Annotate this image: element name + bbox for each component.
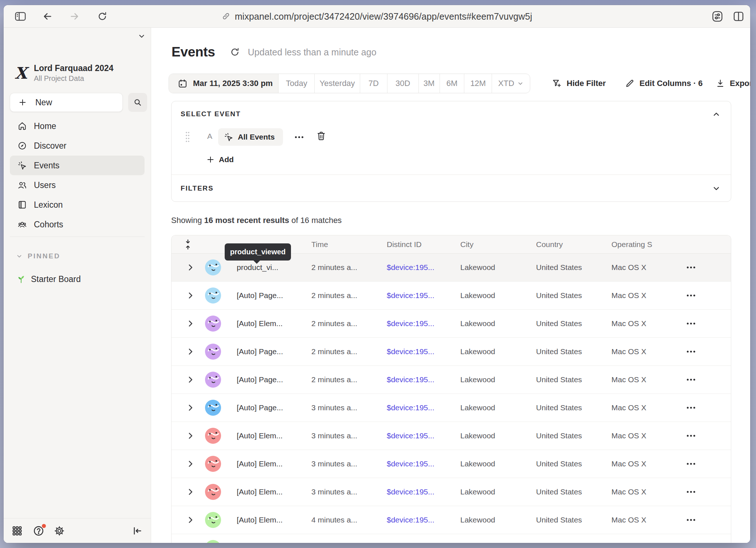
search-button[interactable]	[128, 93, 147, 112]
row-menu-button[interactable]	[687, 463, 695, 465]
pinned-section-toggle[interactable]: PINNED	[16, 252, 60, 260]
cell-event-name: [Auto] Page...	[237, 375, 283, 384]
cell-country: United States	[536, 291, 582, 300]
table-row[interactable]: [Auto] Elem... 3 minutes a... $device:19…	[172, 478, 731, 506]
column-header-distinct-id[interactable]: Distinct ID	[387, 240, 422, 249]
cell-distinct-id[interactable]: $device:195...	[387, 375, 434, 384]
cell-distinct-id[interactable]: $device:195...	[387, 291, 434, 300]
split-view-icon[interactable]	[733, 11, 744, 22]
app-grid-icon[interactable]	[12, 525, 23, 536]
date-range-bar: Mar 11, 2025 3:30 pm TodayYesterday7D30D…	[169, 74, 530, 93]
date-picker[interactable]: Mar 11, 2025 3:30 pm	[169, 74, 278, 93]
new-button[interactable]: New	[10, 93, 123, 112]
row-menu-button[interactable]	[687, 519, 695, 521]
range-7d[interactable]: 7D	[360, 74, 387, 93]
range-3m[interactable]: 3M	[418, 74, 440, 93]
expand-row-chevron-icon[interactable]	[188, 292, 193, 299]
row-menu-button[interactable]	[687, 379, 695, 381]
expand-row-chevron-icon[interactable]	[188, 404, 193, 411]
expand-row-chevron-icon[interactable]	[188, 320, 193, 327]
event-selector-chip[interactable]: All Events	[218, 128, 283, 146]
table-row[interactable]: [Auto] Page... 2 minutes a... $device:19…	[172, 338, 731, 366]
expand-row-chevron-icon[interactable]	[188, 348, 193, 355]
row-menu-button[interactable]	[687, 491, 695, 493]
sidebar-item-cohorts[interactable]: Cohorts	[10, 215, 145, 234]
table-row[interactable]: [Auto] Elem... 2 minutes a... $device:19…	[172, 310, 731, 338]
row-menu-button[interactable]	[687, 407, 695, 409]
range-today[interactable]: Today	[278, 74, 314, 93]
sidebar-toggle-icon[interactable]	[15, 11, 26, 21]
filter-funnel-icon	[552, 78, 562, 89]
help-icon[interactable]	[33, 525, 44, 537]
range-30d[interactable]: 30D	[387, 74, 418, 93]
chevron-down-icon[interactable]	[712, 184, 721, 193]
range-yesterday[interactable]: Yesterday	[314, 74, 360, 93]
table-row[interactable]: [Auto] Elem... 4 minutes a... $device:19…	[172, 506, 731, 534]
cell-distinct-id[interactable]: $device:195...	[387, 516, 434, 524]
sidebar-item-home[interactable]: Home	[10, 116, 145, 136]
cell-country: United States	[536, 319, 582, 328]
row-avatar	[205, 344, 221, 360]
workspace-switcher[interactable]: X Lord Farquaad 2024 All Project Data	[13, 64, 145, 82]
cell-distinct-id[interactable]: $device:195...	[387, 319, 434, 328]
trash-icon[interactable]	[316, 130, 327, 141]
column-header-country[interactable]: Country	[536, 240, 563, 249]
drag-handle-icon[interactable]	[185, 131, 190, 143]
expand-row-chevron-icon[interactable]	[188, 460, 193, 467]
cell-country: United States	[536, 459, 582, 468]
table-row[interactable]: [Auto] Page... 3 minutes a... $device:19…	[172, 394, 731, 422]
table-row[interactable]: [Auto] Page... 2 minutes a... $device:19…	[172, 366, 731, 394]
expand-row-chevron-icon[interactable]	[188, 432, 193, 439]
row-menu-button[interactable]	[687, 295, 695, 297]
cell-distinct-id[interactable]: $device:195...	[387, 431, 434, 440]
row-menu-button[interactable]	[687, 351, 695, 353]
column-header-time[interactable]: Time	[311, 240, 328, 249]
export-button[interactable]: Export	[716, 74, 750, 93]
add-event-button[interactable]: Add	[206, 155, 234, 164]
cell-distinct-id[interactable]: $device:195...	[387, 347, 434, 356]
table-row[interactable]: [Auto] Elem... 3 minutes a... $device:19…	[172, 450, 731, 478]
cell-distinct-id[interactable]: $device:195...	[387, 459, 434, 468]
range-6m[interactable]: 6M	[440, 74, 464, 93]
range-xtd[interactable]: XTD	[492, 74, 530, 93]
expand-row-chevron-icon[interactable]	[188, 516, 193, 524]
event-query-row: A All Events	[172, 128, 731, 146]
chevron-up-icon[interactable]	[712, 110, 721, 119]
page-settings-icon[interactable]	[711, 10, 724, 23]
event-row-more-button[interactable]	[292, 131, 306, 143]
sidebar-item-users[interactable]: Users	[10, 175, 145, 195]
cell-distinct-id[interactable]: $device:195...	[387, 263, 434, 272]
table-row[interactable]: [Auto] Page... 2 minutes a... $device:19…	[172, 282, 731, 310]
table-row[interactable]: [Auto] Elem... 3 minutes a... $device:19…	[172, 422, 731, 450]
sidebar-item-events[interactable]: Events	[10, 156, 145, 175]
range-label: Yesterday	[320, 79, 355, 88]
sidebar-item-lexicon[interactable]: Lexicon	[10, 195, 145, 215]
column-header-city[interactable]: City	[460, 240, 473, 249]
sidebar-item-discover[interactable]: Discover	[10, 136, 145, 156]
gear-icon[interactable]	[54, 525, 65, 537]
expand-row-chevron-icon[interactable]	[188, 376, 193, 383]
chevron-down-icon	[16, 253, 23, 259]
reload-icon[interactable]	[97, 11, 107, 21]
row-menu-button[interactable]	[687, 323, 695, 325]
address-bar[interactable]: mixpanel.com/project/3472420/view/397469…	[222, 11, 532, 21]
row-menu-button[interactable]	[687, 435, 695, 437]
expand-row-chevron-icon[interactable]	[188, 488, 193, 496]
cell-distinct-id[interactable]: $device:195...	[387, 488, 434, 496]
collapse-sidebar-icon[interactable]	[132, 525, 143, 536]
cell-distinct-id[interactable]: $device:195...	[387, 403, 434, 412]
cell-os: Mac OS X	[611, 291, 655, 300]
back-icon[interactable]	[42, 12, 52, 21]
sidebar-item-starter-board[interactable]: Starter Board	[10, 270, 145, 289]
collapse-rows-icon[interactable]	[184, 239, 192, 250]
expand-row-chevron-icon[interactable]	[188, 264, 193, 271]
range-12m[interactable]: 12M	[464, 74, 492, 93]
row-menu-button[interactable]	[687, 267, 695, 269]
column-header-operating-system[interactable]: Operating S	[611, 240, 655, 249]
refresh-icon[interactable]	[230, 47, 240, 57]
edit-columns-button[interactable]: Edit Columns · 6	[625, 74, 703, 93]
hide-filter-button[interactable]: Hide Filter	[552, 74, 606, 93]
workspace-chevron-down-icon[interactable]	[138, 32, 146, 40]
date-label: Mar 11, 2025 3:30 pm	[193, 79, 273, 88]
table-row[interactable]: [Auto] Elem... 4 minutes a... $device:19…	[172, 534, 731, 543]
